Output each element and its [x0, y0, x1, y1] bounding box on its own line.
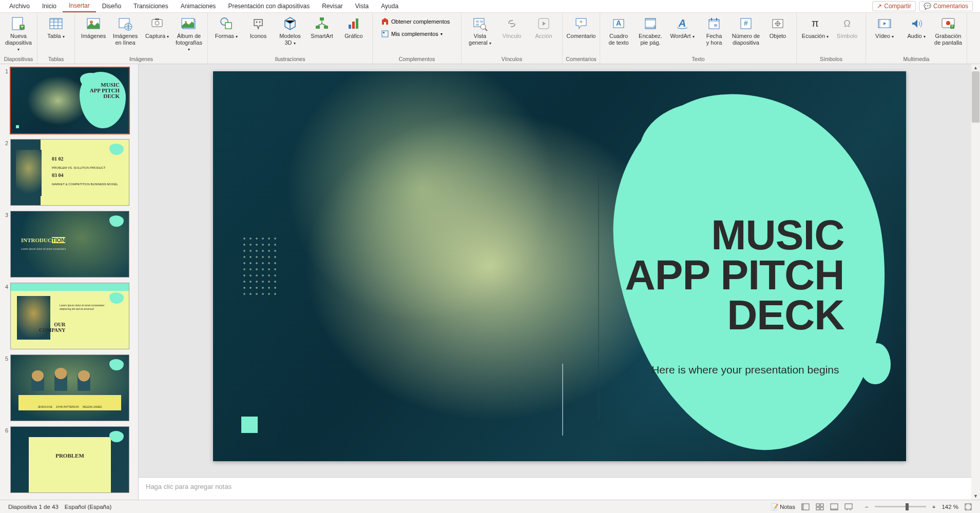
- svg-rect-31: [382, 31, 388, 37]
- tab-insertar[interactable]: Insertar: [63, 0, 96, 12]
- new-slide-button[interactable]: +Nuevadiapositiva ▾: [3, 14, 34, 54]
- symbol-icon: Ω: [839, 15, 855, 32]
- ribbon: +Nuevadiapositiva ▾DiapositivasTabla ▾Ta…: [0, 13, 980, 64]
- notes-pane[interactable]: Haga clic para agregar notas: [139, 477, 980, 500]
- tab-ayuda[interactable]: Ayuda: [375, 1, 405, 12]
- ribbon-group: Vistageneral ▾VínculoAcciónVínculos: [462, 13, 563, 64]
- view-slideshow-icon[interactable]: [841, 502, 856, 512]
- slide-counter[interactable]: Diapositiva 1 de 43: [5, 502, 62, 511]
- svg-rect-36: [476, 24, 479, 26]
- zoom-slider[interactable]: [875, 506, 926, 507]
- fit-window-icon[interactable]: [962, 502, 975, 512]
- myaddins-icon: [381, 30, 389, 38]
- object-icon: [770, 15, 786, 32]
- tab-transiciones[interactable]: Transiciones: [127, 1, 175, 12]
- group-label: Multimedia: [904, 55, 930, 64]
- wordart-icon: A: [674, 15, 690, 32]
- ribbon-group: Tabla ▾Tablas: [37, 13, 75, 64]
- language-selector[interactable]: Español (España): [62, 502, 114, 511]
- svg-rect-8: [50, 18, 62, 21]
- view-sorter-icon[interactable]: [813, 502, 827, 512]
- share-icon: ↗: [877, 3, 882, 10]
- tab-diseno[interactable]: Diseño: [96, 1, 127, 12]
- slide-thumbnail-3[interactable]: INTRODUCTIONLorem ipsum dolor sit amet c…: [10, 211, 129, 278]
- slide-canvas[interactable]: MUSIC APP PITCH DECK Here is where your …: [213, 71, 906, 461]
- date-icon: [706, 15, 722, 32]
- zoom-in-button[interactable]: +: [929, 502, 939, 511]
- view-reading-icon[interactable]: [827, 502, 841, 512]
- comments-button[interactable]: 💬Comentarios: [919, 1, 973, 11]
- chart-button[interactable]: Gráfico: [338, 14, 369, 41]
- table-button[interactable]: Tabla ▾: [41, 14, 71, 41]
- tab-inicio[interactable]: Inicio: [36, 1, 63, 12]
- share-button[interactable]: ↗Compartir: [872, 1, 916, 11]
- slidenum-icon: #: [738, 15, 754, 32]
- zoom-out-button[interactable]: −: [862, 502, 872, 511]
- ribbon-group: Obtener complementosMis complementos ▾Co…: [373, 13, 462, 64]
- audio-button[interactable]: Audio ▾: [901, 14, 932, 41]
- svg-rect-74: [845, 504, 852, 509]
- textbox-button[interactable]: ACuadrode texto: [603, 14, 634, 47]
- link-icon: [504, 15, 520, 32]
- equation-button[interactable]: πEcuación ▾: [800, 14, 831, 41]
- thumb-number: 4: [0, 283, 10, 349]
- notes-toggle[interactable]: 📝 Notas: [768, 502, 798, 512]
- svg-rect-15: [155, 18, 159, 20]
- zoom-button[interactable]: Vistageneral ▾: [465, 14, 495, 47]
- svg-rect-51: [716, 18, 717, 21]
- 3d-button[interactable]: Modelos3D ▾: [275, 14, 305, 47]
- slide-subtitle[interactable]: Here is where your presentation begins: [651, 364, 839, 376]
- scroll-up-icon[interactable]: ▲: [972, 65, 979, 70]
- images-online-button[interactable]: Imágenesen línea: [110, 14, 141, 47]
- tab-presentacion[interactable]: Presentación con diapositivas: [222, 1, 316, 12]
- video-button[interactable]: Vídeo ▾: [869, 14, 900, 41]
- screenshot-button[interactable]: Captura ▾: [142, 14, 172, 41]
- icons-button[interactable]: Iconos: [243, 14, 274, 41]
- menu-tabs: Archivo Inicio Insertar Diseño Transicio…: [0, 0, 980, 13]
- svg-rect-20: [225, 23, 232, 29]
- wordart-button[interactable]: AWordArt ▾: [667, 14, 698, 41]
- images-icon: [85, 15, 102, 32]
- scroll-thumb[interactable]: [972, 71, 979, 123]
- slide-thumbnail-6[interactable]: PROBLEM: [10, 426, 129, 493]
- tab-archivo[interactable]: Archivo: [3, 1, 36, 12]
- svg-rect-26: [349, 25, 351, 29]
- svg-rect-70: [816, 507, 819, 510]
- thumb-number: 6: [0, 426, 10, 493]
- blob-shape-small: [639, 102, 773, 194]
- store-icon: [381, 17, 389, 26]
- zoom-level[interactable]: 142 %: [938, 502, 962, 511]
- smartart-button[interactable]: SmartArt: [306, 14, 337, 41]
- object-button[interactable]: Objeto: [762, 14, 793, 41]
- screenrec-button[interactable]: +Grabaciónde pantalla: [933, 14, 964, 47]
- group-label: Diapositivas: [4, 55, 33, 64]
- date-button[interactable]: Fechay hora: [699, 14, 729, 47]
- shapes-button[interactable]: Formas ▾: [211, 14, 242, 41]
- slide-thumbnail-4[interactable]: OURCOMPANYLorem ipsum dolor sit amet con…: [10, 283, 129, 349]
- slide-thumbnail-5[interactable]: JENNA DOE JOHN PATTERSON HELENA JAMES: [10, 354, 129, 421]
- scroll-down-icon[interactable]: ▼: [972, 494, 979, 499]
- audio-icon: [908, 15, 925, 32]
- svg-text:+: +: [951, 24, 953, 29]
- slide-thumbnail-2[interactable]: 01 02PROBLEM VS. SOLUTION PRODUCT03 04MA…: [10, 139, 129, 206]
- album-button[interactable]: Álbum defotografías ▾: [174, 14, 204, 54]
- corner-square: [241, 417, 258, 433]
- tab-vista[interactable]: Vista: [349, 1, 375, 12]
- slide-thumbnail-1[interactable]: MUSICAPP PITCHDECK: [10, 67, 129, 134]
- slide-canvas-area[interactable]: MUSIC APP PITCH DECK Here is where your …: [139, 64, 980, 477]
- store-button[interactable]: Obtener complementos: [378, 16, 456, 27]
- tab-animaciones[interactable]: Animaciones: [175, 1, 222, 12]
- comment-button[interactable]: +Comentario: [566, 14, 597, 41]
- images-button[interactable]: Imágenes: [78, 14, 109, 41]
- myaddins-button[interactable]: Mis complementos ▾: [378, 28, 456, 40]
- shapes-icon: [218, 15, 235, 32]
- smartart-icon: [314, 15, 330, 32]
- tab-revisar[interactable]: Revisar: [316, 1, 349, 12]
- view-normal-icon[interactable]: [798, 502, 813, 512]
- slidenum-button[interactable]: #Número dediapositiva: [731, 14, 761, 47]
- slide-thumbnails[interactable]: 1MUSICAPP PITCHDECK201 02PROBLEM VS. SOL…: [0, 64, 139, 500]
- scrollbar-vertical[interactable]: ▲ ▼: [971, 64, 980, 500]
- header-button[interactable]: #Encabez.pie pág.: [635, 14, 666, 47]
- slide-title[interactable]: MUSIC APP PITCH DECK: [578, 215, 844, 335]
- equation-icon: π: [807, 15, 823, 32]
